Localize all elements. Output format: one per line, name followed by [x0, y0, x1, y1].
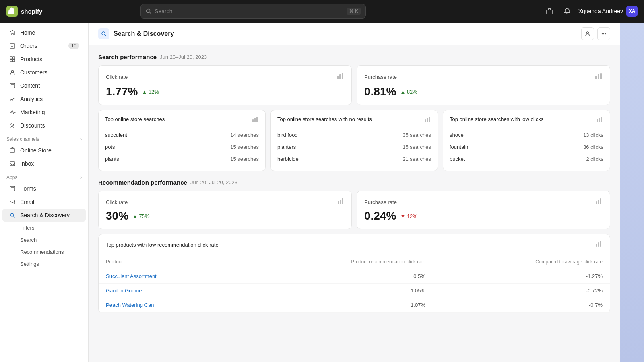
purchase-rate-chart-icon[interactable]	[594, 72, 603, 82]
more-options-btn[interactable]	[597, 27, 610, 40]
main-content: Search & Discovery Search performance Ju…	[89, 23, 620, 362]
sidebar-item-customers[interactable]: Customers	[2, 66, 86, 79]
sidebar-item-discounts-label: Discounts	[20, 122, 45, 129]
search-icon	[146, 8, 151, 14]
logo-text: shopify	[21, 8, 42, 15]
sidebar-item-products[interactable]: Products	[2, 53, 86, 66]
forms-icon	[9, 185, 16, 192]
product-compared-2: -0.7%	[433, 298, 610, 313]
low-clicks-chart-icon[interactable]	[596, 116, 603, 125]
rec-purchase-rate-chart-icon[interactable]	[595, 197, 603, 206]
low-clicks-row-1: fountain 36 clicks	[450, 141, 603, 153]
sidebar-sub-recommendations[interactable]: Recommendations	[2, 246, 86, 258]
sidebar-sub-settings[interactable]: Settings	[2, 258, 86, 270]
inbox-icon	[9, 160, 16, 167]
svg-rect-42	[600, 198, 601, 204]
apps-section: Apps ›	[0, 171, 88, 182]
sidebar-item-email[interactable]: Email	[2, 195, 86, 208]
sidebar-item-online-store[interactable]: Online Store	[2, 144, 86, 157]
rec-click-rate-chart-icon[interactable]	[337, 197, 344, 206]
col-click-rate-header: Product recommendation click rate	[240, 255, 433, 269]
svg-rect-6	[10, 60, 12, 62]
rec-click-rate-card: Click rate 30% ▲ 75%	[98, 191, 352, 229]
top-searches-chart-icon[interactable]	[252, 116, 259, 125]
no-results-title: Top online store searches with no result…	[277, 116, 372, 123]
person-icon-btn[interactable]	[581, 27, 594, 40]
product-link-0[interactable]: Succulent Assortment	[106, 273, 157, 279]
click-rate-label: Click rate	[106, 74, 128, 80]
rec-kpi-row: Click rate 30% ▲ 75% Purchase rate	[98, 191, 610, 229]
store-icon-btn[interactable]	[543, 5, 556, 18]
sidebar-item-search-discovery-label: Search & Discovery	[20, 212, 70, 218]
search-tables-row: Top online store searches succulent 14 s…	[98, 110, 610, 171]
search-shortcut: ⌘ K	[347, 8, 361, 15]
low-clicks-title: Top online store searches with low click…	[450, 116, 543, 123]
svg-rect-39	[342, 198, 343, 204]
top-search-row-0: succulent 14 searches	[105, 129, 259, 141]
sidebar-item-orders[interactable]: Orders 10	[2, 39, 86, 52]
svg-rect-28	[252, 119, 254, 122]
svg-rect-41	[598, 200, 599, 204]
products-icon	[9, 56, 16, 63]
sidebar-sub-filters[interactable]: Filters	[2, 222, 86, 234]
svg-point-18	[587, 32, 589, 34]
analytics-icon	[9, 95, 16, 103]
search-performance-date: Jun 20–Jul 20, 2023	[160, 54, 207, 60]
svg-rect-14	[10, 186, 15, 191]
sidebar-item-email-label: Email	[20, 199, 34, 205]
sidebar-item-search-discovery[interactable]: Search & Discovery	[2, 209, 86, 222]
sidebar-item-analytics[interactable]: Analytics	[2, 93, 86, 105]
sales-channels-section: Sales channels ›	[0, 132, 88, 144]
sidebar-sub-search[interactable]: Search	[2, 234, 86, 246]
search-performance-title: Search performance	[98, 53, 157, 60]
low-clicks-searches-card: Top online store searches with low click…	[443, 110, 610, 171]
svg-rect-4	[10, 57, 12, 59]
sidebar-item-marketing-label: Marketing	[20, 109, 45, 115]
sidebar-item-customers-label: Customers	[20, 69, 47, 76]
sidebar-item-forms[interactable]: Forms	[2, 182, 86, 195]
product-link-1[interactable]: Garden Gnome	[106, 288, 142, 294]
search-discovery-icon	[9, 212, 16, 219]
rec-purchase-rate-value: 0.24% ▼ 12%	[364, 210, 603, 222]
svg-rect-36	[601, 117, 602, 122]
content-icon	[9, 82, 16, 89]
sidebar-item-inbox[interactable]: Inbox	[2, 157, 86, 170]
svg-point-19	[602, 33, 603, 34]
no-results-searches-card: Top online store searches with no result…	[270, 110, 438, 171]
svg-rect-40	[596, 201, 597, 204]
user-avatar: XA	[626, 6, 638, 17]
product-click-rate-1: 1.05%	[240, 284, 433, 298]
user-menu[interactable]: Xquenda Andreev XA	[578, 6, 638, 17]
sidebar: Home Orders 10 Products Customers Cont	[0, 23, 89, 362]
svg-rect-23	[339, 74, 341, 79]
marketing-icon	[9, 109, 16, 116]
shopify-logo[interactable]: shopify	[6, 6, 42, 17]
svg-rect-22	[337, 76, 339, 79]
sales-channels-expand-icon[interactable]: ›	[80, 136, 82, 142]
page-title: Search & Discovery	[114, 30, 174, 37]
recommendation-performance-date: Jun 20–Jul 20, 2023	[190, 179, 237, 185]
products-chart-icon[interactable]	[595, 240, 603, 249]
sidebar-item-marketing[interactable]: Marketing	[2, 106, 86, 119]
top-search-row-2: plants 15 searches	[105, 153, 259, 165]
global-search-bar[interactable]: Search ⌘ K	[140, 4, 366, 19]
notification-icon-btn[interactable]	[561, 5, 574, 18]
apps-expand-icon[interactable]: ›	[80, 175, 82, 180]
purchase-rate-value: 0.81% ▲ 82%	[364, 85, 603, 98]
col-compared-header: Compared to average click rate	[433, 255, 610, 269]
app-body: Home Orders 10 Products Customers Cont	[0, 23, 644, 362]
purchase-rate-label: Purchase rate	[364, 74, 397, 80]
sidebar-item-content[interactable]: Content	[2, 79, 86, 92]
orders-icon	[9, 42, 16, 49]
rec-purchase-rate-label: Purchase rate	[364, 199, 397, 205]
product-compared-1: -0.72%	[433, 284, 610, 298]
rec-purchase-rate-change: ▼ 12%	[400, 213, 417, 219]
product-link-2[interactable]: Peach Watering Can	[106, 302, 154, 308]
no-results-chart-icon[interactable]	[424, 116, 431, 125]
svg-point-11	[13, 126, 14, 127]
home-icon	[9, 29, 16, 36]
sidebar-item-discounts[interactable]: Discounts	[2, 119, 86, 132]
sidebar-item-home[interactable]: Home	[2, 26, 86, 39]
right-decorative-panel	[620, 23, 644, 362]
click-rate-chart-icon[interactable]	[336, 72, 344, 82]
